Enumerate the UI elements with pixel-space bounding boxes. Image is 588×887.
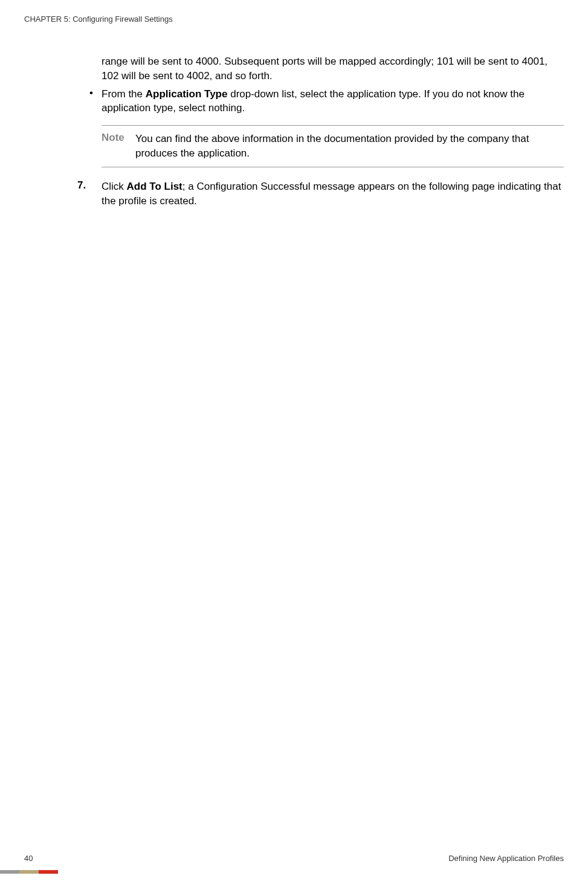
note-text: You can find the above information in th…: [135, 132, 564, 161]
section-title: Defining New Application Profiles: [448, 854, 564, 863]
step-number: 7.: [77, 179, 102, 208]
step-text: Click Add To List; a Configuration Succe…: [102, 179, 564, 208]
bullet-item: • From the Application Type drop-down li…: [89, 87, 564, 116]
footer: 40 Defining New Application Profiles: [24, 854, 564, 863]
bar-gray: [0, 870, 19, 874]
step-bold: Add To List: [127, 181, 183, 192]
step-item: 7. Click Add To List; a Configuration Su…: [77, 179, 564, 208]
bar-red: [39, 870, 58, 874]
note-label: Note: [102, 132, 135, 161]
paragraph-continuation: range will be sent to 4000. Subsequent p…: [102, 54, 564, 83]
note-box: Note You can find the above information …: [102, 125, 564, 167]
chapter-header: CHAPTER 5: Configuring Firewall Settings: [24, 15, 173, 24]
bullet-text: From the Application Type drop-down list…: [102, 87, 564, 116]
bar-tan: [19, 870, 39, 874]
bullet-marker: •: [89, 87, 102, 116]
bullet-prefix: From the: [102, 88, 146, 100]
footer-bars: [0, 870, 58, 874]
bullet-bold: Application Type: [146, 88, 228, 100]
content-area: range will be sent to 4000. Subsequent p…: [102, 54, 564, 208]
page-number: 40: [24, 854, 33, 863]
step-prefix: Click: [102, 181, 127, 192]
